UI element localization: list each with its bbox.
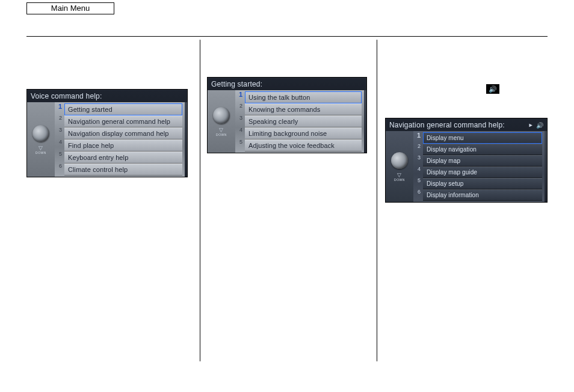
list-row[interactable]: 4 Limiting background noise	[236, 127, 362, 139]
list-item[interactable]: Navigation display command help	[64, 127, 182, 139]
row-number: 3	[236, 115, 244, 127]
row-number: 6	[415, 189, 422, 201]
list-item[interactable]: Speaking clearly	[245, 115, 362, 127]
list-row[interactable]: 2 Display navigation	[415, 144, 542, 155]
scrollbar[interactable]	[364, 90, 366, 153]
dial-knob[interactable]	[213, 107, 230, 124]
list-row[interactable]: 3 Speaking clearly	[236, 115, 362, 127]
voice-list: 1 Getting started 2 Navigation general c…	[55, 102, 185, 177]
horizontal-rule	[26, 36, 548, 37]
voice-help-panel: Voice command help: DOWN 1 Getting start…	[26, 89, 188, 177]
list-row[interactable]: 4 Find place help	[56, 139, 182, 152]
list-row[interactable]: 6 Display information	[415, 189, 542, 201]
list-row[interactable]: 1 Getting started	[56, 103, 182, 115]
dial-column: DOWN	[208, 90, 235, 153]
list-item[interactable]: Limiting background noise	[245, 127, 362, 139]
row-number: 5	[415, 178, 422, 189]
list-item[interactable]: Climate control help	[64, 164, 182, 176]
main-menu-button[interactable]: Main Menu	[26, 2, 114, 14]
row-number: 2	[236, 103, 244, 115]
down-button[interactable]: DOWN	[394, 173, 405, 182]
speaker-icon: 🔊	[486, 84, 499, 94]
dial-knob[interactable]	[32, 125, 49, 142]
list-item[interactable]: Display setup	[423, 178, 542, 189]
dial-column: DOWN	[386, 131, 413, 202]
row-number: 5	[56, 152, 63, 164]
list-item[interactable]: Display information	[423, 189, 542, 201]
panel-title-text: Navigation general command help:	[389, 121, 505, 129]
getting-started-panel: Getting started: DOWN 1 Using the talk b…	[207, 77, 367, 153]
list-item[interactable]: Getting started	[64, 103, 182, 115]
list-item[interactable]: Display map guide	[423, 167, 542, 178]
panel-title: Voice command help:	[27, 90, 187, 102]
row-number: 1	[415, 132, 422, 144]
start-list: 1 Using the talk button 2 Knowing the co…	[235, 90, 364, 153]
list-item[interactable]: Keyboard entry help	[64, 152, 182, 164]
list-row[interactable]: 5 Keyboard entry help	[56, 152, 182, 164]
list-item[interactable]: Using the talk button	[245, 91, 362, 103]
scrollbar[interactable]	[545, 131, 547, 202]
dial-knob[interactable]	[391, 152, 408, 169]
down-button[interactable]: DOWN	[216, 127, 227, 136]
dial-column: DOWN	[27, 102, 55, 177]
list-row[interactable]: 2 Navigation general command help	[56, 115, 182, 127]
row-number: 1	[236, 91, 244, 103]
panel-title-icons: ► 🔊	[528, 122, 543, 129]
scrollbar[interactable]	[185, 102, 187, 177]
row-number: 5	[236, 139, 244, 152]
row-number: 4	[236, 127, 244, 139]
row-number: 2	[56, 115, 63, 127]
panel-body: DOWN 1 Display menu 2 Display navigation…	[386, 131, 547, 202]
speaker-glyph: 🔊	[489, 86, 497, 93]
column-separator	[200, 40, 200, 361]
row-number: 4	[56, 139, 63, 152]
row-number: 1	[56, 103, 63, 115]
row-number: 3	[415, 155, 422, 167]
row-number: 3	[56, 127, 63, 139]
list-row[interactable]: 5 Adjusting the voice feedback	[236, 139, 362, 152]
panel-title: Getting started:	[208, 78, 366, 90]
list-item[interactable]: Display navigation	[423, 144, 542, 155]
list-item[interactable]: Knowing the commands	[245, 103, 362, 115]
row-number: 4	[415, 167, 422, 178]
play-icon[interactable]: ►	[528, 122, 534, 128]
list-row[interactable]: 3 Display map	[415, 155, 542, 167]
list-row[interactable]: 4 Display map guide	[415, 167, 542, 178]
column-separator	[377, 40, 377, 361]
list-item[interactable]: Find place help	[64, 139, 182, 152]
panel-body: DOWN 1 Getting started 2 Navigation gene…	[27, 102, 187, 177]
navigation-help-panel: Navigation general command help: ► 🔊 DOW…	[385, 118, 548, 203]
list-item[interactable]: Display map	[423, 155, 542, 167]
list-row[interactable]: 1 Using the talk button	[236, 91, 362, 103]
nav-list: 1 Display menu 2 Display navigation 3 Di…	[413, 131, 545, 202]
list-row[interactable]: 6 Climate control help	[56, 164, 182, 176]
list-row[interactable]: 1 Display menu	[415, 132, 542, 144]
list-row[interactable]: 5 Display setup	[415, 178, 542, 189]
list-item[interactable]: Display menu	[423, 132, 542, 144]
down-button[interactable]: DOWN	[35, 145, 46, 155]
panel-body: DOWN 1 Using the talk button 2 Knowing t…	[208, 90, 366, 153]
list-item[interactable]: Navigation general command help	[64, 115, 182, 127]
list-item[interactable]: Adjusting the voice feedback	[245, 139, 362, 152]
row-number: 2	[415, 144, 422, 155]
list-row[interactable]: 3 Navigation display command help	[56, 127, 182, 139]
list-row[interactable]: 2 Knowing the commands	[236, 103, 362, 115]
speaker-icon[interactable]: 🔊	[536, 122, 543, 129]
panel-title: Navigation general command help: ► 🔊	[386, 118, 547, 131]
row-number: 6	[56, 164, 63, 176]
